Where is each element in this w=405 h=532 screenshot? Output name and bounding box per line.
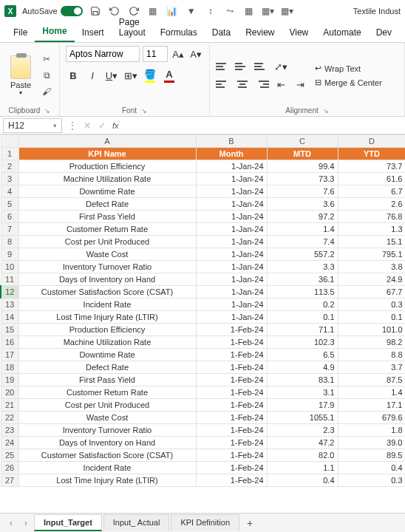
row-header-25[interactable]: 25 bbox=[1, 449, 18, 462]
tab-formulas[interactable]: Formulas bbox=[153, 23, 205, 42]
row-header-5[interactable]: 5 bbox=[1, 198, 18, 211]
cell[interactable]: Production Efficiency bbox=[18, 324, 196, 336]
cell[interactable]: 87.5 bbox=[338, 374, 405, 386]
cell[interactable]: 0.1 bbox=[267, 311, 338, 324]
row-header-2[interactable]: 2 bbox=[1, 160, 18, 173]
table-header-cell[interactable]: Month bbox=[196, 148, 267, 160]
sort-icon[interactable]: ↕ bbox=[204, 4, 217, 18]
cell[interactable]: Waste Cost bbox=[18, 248, 196, 261]
fx-icon[interactable]: fx bbox=[109, 121, 122, 130]
increase-font-icon[interactable]: A▴ bbox=[171, 47, 186, 61]
cell[interactable]: 3.8 bbox=[338, 261, 405, 273]
fill-color-button[interactable]: 🪣 bbox=[143, 68, 157, 83]
formula-input[interactable] bbox=[122, 118, 405, 133]
add-sheet-button[interactable]: + bbox=[241, 517, 259, 529]
paste-button[interactable]: Paste ▾ bbox=[6, 55, 35, 96]
cell[interactable]: Cost per Unit Produced bbox=[18, 399, 196, 412]
row-header-13[interactable]: 13 bbox=[1, 299, 18, 311]
row-header-20[interactable]: 20 bbox=[1, 386, 18, 399]
cell[interactable]: 1055.1 bbox=[267, 412, 338, 424]
tab-data[interactable]: Data bbox=[205, 23, 238, 42]
bold-button[interactable]: B bbox=[66, 68, 81, 83]
row-header-14[interactable]: 14 bbox=[1, 311, 18, 324]
filter-icon[interactable]: ▼ bbox=[185, 4, 198, 18]
merge-center-button[interactable]: ⊟ Merge & Center bbox=[315, 78, 382, 87]
cell[interactable]: 3.7 bbox=[338, 361, 405, 374]
autosave-toggle[interactable]: AutoSave bbox=[22, 6, 83, 16]
cell[interactable]: 0.4 bbox=[267, 474, 338, 487]
cell[interactable]: 1-Jan-24 bbox=[196, 261, 267, 273]
cell[interactable]: 24.9 bbox=[338, 273, 405, 286]
tab-file[interactable]: File bbox=[6, 23, 35, 42]
row-header-12[interactable]: 12 bbox=[1, 286, 18, 299]
cell[interactable]: 3.1 bbox=[267, 386, 338, 399]
cell[interactable]: 1.8 bbox=[338, 424, 405, 437]
cell[interactable]: Waste Cost bbox=[18, 412, 196, 424]
cell[interactable]: 557.2 bbox=[267, 248, 338, 261]
tab-view[interactable]: View bbox=[282, 23, 316, 42]
cell[interactable]: 36.1 bbox=[267, 273, 338, 286]
cell[interactable]: Customer Return Rate bbox=[18, 386, 196, 399]
cell[interactable]: 0.1 bbox=[338, 311, 405, 324]
cell[interactable]: Machine Utilization Rate bbox=[18, 173, 196, 185]
cell[interactable]: 2.3 bbox=[267, 424, 338, 437]
row-header-1[interactable]: 1 bbox=[1, 148, 18, 160]
cell[interactable]: 1-Jan-24 bbox=[196, 299, 267, 311]
row-header-10[interactable]: 10 bbox=[1, 261, 18, 273]
cell[interactable]: Customer Satisfaction Score (CSAT) bbox=[18, 449, 196, 462]
row-header-8[interactable]: 8 bbox=[1, 236, 18, 248]
cell[interactable]: Incident Rate bbox=[18, 299, 196, 311]
cell[interactable]: 1-Feb-24 bbox=[196, 349, 267, 361]
sheet-tab-input-actual[interactable]: Input_ Actual bbox=[103, 514, 170, 531]
cell[interactable]: 1-Jan-24 bbox=[196, 173, 267, 185]
cell[interactable]: 76.8 bbox=[338, 211, 405, 223]
cell[interactable]: 99.4 bbox=[267, 160, 338, 173]
calc-icon[interactable]: ▦ bbox=[242, 4, 256, 18]
cell[interactable]: 3.3 bbox=[267, 261, 338, 273]
tab-review[interactable]: Review bbox=[238, 23, 282, 42]
cell[interactable]: Production Efficiency bbox=[18, 160, 196, 173]
cell[interactable]: 0.3 bbox=[338, 474, 405, 487]
tab-automate[interactable]: Automate bbox=[316, 23, 368, 42]
cell[interactable]: 47.2 bbox=[267, 437, 338, 449]
cell[interactable]: Inventory Turnover Ratio bbox=[18, 424, 196, 437]
cell[interactable]: Lost Time Injury Rate (LTIR) bbox=[18, 474, 196, 487]
cell[interactable]: 0.4 bbox=[338, 462, 405, 474]
cell[interactable]: Downtime Rate bbox=[18, 349, 196, 361]
cell[interactable]: 1.4 bbox=[338, 386, 405, 399]
cancel-formula-icon[interactable]: ✕ bbox=[80, 120, 95, 131]
cell[interactable]: 1-Jan-24 bbox=[196, 311, 267, 324]
row-header-26[interactable]: 26 bbox=[1, 462, 18, 474]
cell[interactable]: 1-Jan-24 bbox=[196, 160, 267, 173]
row-header-23[interactable]: 23 bbox=[1, 424, 18, 437]
cell[interactable]: 1.3 bbox=[338, 223, 405, 236]
cell[interactable]: 1-Jan-24 bbox=[196, 185, 267, 198]
cell[interactable]: Machine Utilization Rate bbox=[18, 336, 196, 349]
cell[interactable]: 1-Feb-24 bbox=[196, 399, 267, 412]
cell[interactable]: Incident Rate bbox=[18, 462, 196, 474]
sheet-tab-kpi-definition[interactable]: KPI Definition bbox=[171, 514, 239, 531]
cell[interactable]: 39.0 bbox=[338, 437, 405, 449]
orientation-icon[interactable]: ⤢▾ bbox=[273, 59, 288, 74]
font-family-select[interactable] bbox=[66, 46, 140, 62]
table-header-cell[interactable]: MTD bbox=[267, 148, 338, 160]
decrease-indent-icon[interactable]: ⇤ bbox=[273, 77, 288, 92]
cell[interactable]: Defect Rate bbox=[18, 361, 196, 374]
cell[interactable]: 0.2 bbox=[267, 299, 338, 311]
cell[interactable]: 7.6 bbox=[267, 185, 338, 198]
tab-dev[interactable]: Dev bbox=[369, 23, 399, 42]
cell[interactable]: 89.5 bbox=[338, 449, 405, 462]
cell[interactable]: 61.6 bbox=[338, 173, 405, 185]
calc2-icon[interactable]: ▦▾ bbox=[281, 4, 294, 18]
column-header-B[interactable]: B bbox=[196, 135, 267, 148]
cell[interactable]: 73.7 bbox=[338, 160, 405, 173]
underline-button[interactable]: U▾ bbox=[104, 68, 119, 83]
row-header-19[interactable]: 19 bbox=[1, 374, 18, 386]
align-top-icon[interactable] bbox=[216, 60, 231, 73]
cell[interactable]: First Pass Yield bbox=[18, 374, 196, 386]
cell[interactable]: Customer Return Rate bbox=[18, 223, 196, 236]
column-header-D[interactable]: D bbox=[338, 135, 405, 148]
table-header-cell[interactable]: YTD bbox=[338, 148, 405, 160]
format-painter-icon[interactable]: 🖌 bbox=[40, 85, 53, 98]
cell[interactable]: Cost per Unit Produced bbox=[18, 236, 196, 248]
